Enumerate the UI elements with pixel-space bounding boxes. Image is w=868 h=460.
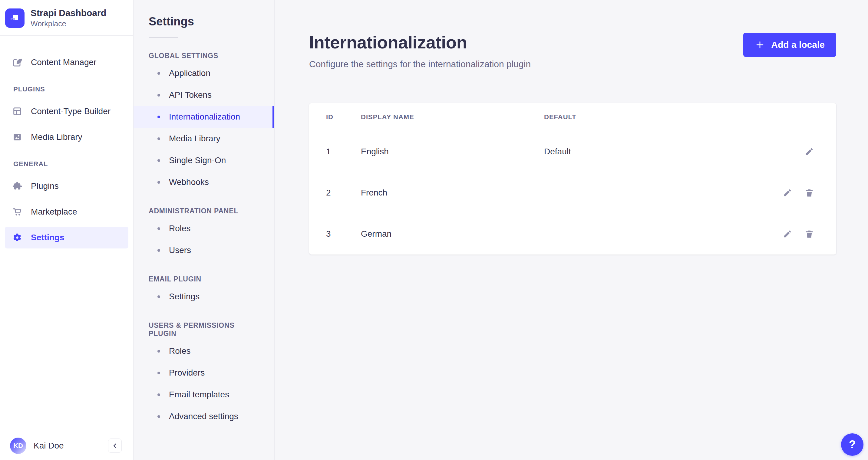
subnav-item-label: Internationalization — [169, 112, 240, 122]
sidebar-item-settings[interactable]: Settings — [5, 227, 128, 249]
settings-gear-icon — [12, 232, 22, 243]
bullet-icon — [157, 227, 160, 230]
user-name: Kai Doe — [34, 441, 101, 451]
sidebar-item-label: Content-Type Builder — [31, 106, 111, 116]
page-title: Internationalization — [309, 32, 531, 52]
settings-subnav-title: Settings — [133, 15, 274, 28]
subnav-item-label: Users — [169, 245, 191, 255]
main-navigation: Content Manager PLUGINS Content-Type Bui… — [0, 36, 133, 431]
subnav-item-email-templates[interactable]: Email templates — [133, 384, 274, 405]
subnav-item-label: Settings — [169, 292, 199, 301]
table-row-french[interactable]: 2 French — [326, 172, 819, 213]
subnav-section-administration-panel: ADMINISTRATION PANEL Roles Users — [133, 207, 274, 261]
subnav-section-email-plugin: EMAIL PLUGIN Settings — [133, 275, 274, 307]
strapi-logo-icon — [5, 8, 25, 28]
subnav-item-label: Advanced settings — [169, 412, 238, 421]
sidebar-item-content-type-builder[interactable]: Content-Type Builder — [5, 100, 128, 122]
cell-id: 2 — [326, 188, 361, 198]
subnav-item-email-settings[interactable]: Settings — [133, 286, 274, 307]
add-locale-label: Add a locale — [771, 40, 825, 50]
subnav-section-users-permissions: USERS & PERMISSIONS PLUGIN Roles Provide… — [133, 321, 274, 427]
subnav-section-label: USERS & PERMISSIONS PLUGIN — [133, 321, 274, 338]
bullet-icon — [157, 181, 160, 184]
content-type-builder-icon — [12, 106, 22, 117]
page-subtitle: Configure the settings for the internati… — [309, 59, 531, 69]
subnav-item-single-sign-on[interactable]: Single Sign-On — [133, 150, 274, 171]
subnav-item-label: Single Sign-On — [169, 156, 226, 165]
media-library-icon — [12, 132, 22, 142]
bullet-icon — [157, 94, 160, 97]
pencil-icon — [783, 188, 792, 197]
plugins-icon — [12, 181, 22, 191]
bullet-icon — [157, 415, 160, 418]
cell-id: 3 — [326, 229, 361, 239]
subnav-item-internationalization[interactable]: Internationalization — [133, 106, 274, 128]
sidebar-section-general: GENERAL — [5, 160, 128, 168]
subnav-section-label: ADMINISTRATION PANEL — [133, 207, 274, 215]
cell-display-name: German — [361, 229, 544, 239]
subnav-item-advanced-settings[interactable]: Advanced settings — [133, 405, 274, 427]
delete-locale-button[interactable] — [804, 187, 815, 199]
cell-default: Default — [544, 147, 804, 157]
subnav-item-label: Providers — [169, 368, 205, 378]
subnav-item-application[interactable]: Application — [133, 62, 274, 84]
add-locale-button[interactable]: Add a locale — [743, 33, 836, 57]
subnav-item-api-tokens[interactable]: API Tokens — [133, 84, 274, 106]
subnav-item-users[interactable]: Users — [133, 239, 274, 261]
subnav-item-label: Webhooks — [169, 177, 209, 187]
workspace-name: Workplace — [31, 20, 106, 28]
marketplace-icon — [12, 207, 22, 217]
subnav-section-label: GLOBAL SETTINGS — [133, 52, 274, 60]
workspace-switcher[interactable]: Strapi Dashboard Workplace — [0, 0, 133, 36]
sidebar-item-plugins[interactable]: Plugins — [5, 175, 128, 197]
user-avatar[interactable]: KD — [10, 437, 26, 454]
sidebar-footer: KD Kai Doe — [0, 431, 133, 460]
bullet-icon — [157, 159, 160, 162]
subnav-section-label: EMAIL PLUGIN — [133, 275, 274, 283]
bullet-icon — [157, 72, 160, 75]
subnav-item-webhooks[interactable]: Webhooks — [133, 171, 274, 193]
collapse-sidebar-button[interactable] — [108, 438, 122, 453]
cell-id: 1 — [326, 147, 361, 157]
delete-locale-button[interactable] — [804, 228, 815, 240]
subnav-item-roles[interactable]: Roles — [133, 218, 274, 239]
column-header-id: ID — [326, 113, 361, 121]
help-button[interactable]: ? — [841, 433, 864, 456]
cell-actions — [782, 187, 819, 199]
sidebar-section-plugins: PLUGINS — [5, 85, 128, 93]
page-header-text: Internationalization Configure the setti… — [309, 32, 531, 69]
cell-display-name: English — [361, 147, 544, 157]
pencil-icon — [805, 147, 814, 156]
subnav-item-media-library[interactable]: Media Library — [133, 128, 274, 150]
chevron-left-icon — [111, 442, 119, 450]
sidebar-item-marketplace[interactable]: Marketplace — [5, 201, 128, 223]
main-sidebar: Strapi Dashboard Workplace Content Manag… — [0, 0, 133, 460]
cell-actions — [804, 146, 819, 157]
main-content: Internationalization Configure the setti… — [275, 0, 868, 460]
sidebar-item-media-library[interactable]: Media Library — [5, 126, 128, 148]
page-header: Internationalization Configure the setti… — [309, 0, 836, 69]
bullet-icon — [157, 116, 160, 118]
sidebar-item-label: Plugins — [31, 181, 59, 191]
question-mark-icon: ? — [849, 438, 856, 451]
content-manager-icon — [12, 57, 22, 67]
locales-table: ID DISPLAY NAME DEFAULT 1 English Defaul… — [309, 103, 836, 255]
trash-icon — [805, 229, 814, 238]
subnav-item-label: API Tokens — [169, 90, 212, 100]
table-row-german[interactable]: 3 German — [326, 213, 819, 255]
subnav-item-providers[interactable]: Providers — [133, 362, 274, 384]
table-header-row: ID DISPLAY NAME DEFAULT — [326, 103, 819, 131]
avatar-initials: KD — [13, 442, 23, 450]
edit-locale-button[interactable] — [804, 146, 815, 157]
cell-actions — [782, 228, 819, 240]
edit-locale-button[interactable] — [782, 228, 793, 240]
settings-subnav-divider — [149, 37, 178, 38]
column-header-display-name: DISPLAY NAME — [361, 113, 544, 121]
bullet-icon — [157, 393, 160, 396]
subnav-item-label: Roles — [169, 224, 191, 233]
edit-locale-button[interactable] — [782, 187, 793, 199]
sidebar-item-content-manager[interactable]: Content Manager — [5, 52, 128, 73]
table-row-english[interactable]: 1 English Default — [326, 131, 819, 172]
subnav-item-label: Roles — [169, 346, 191, 356]
subnav-item-up-roles[interactable]: Roles — [133, 340, 274, 362]
